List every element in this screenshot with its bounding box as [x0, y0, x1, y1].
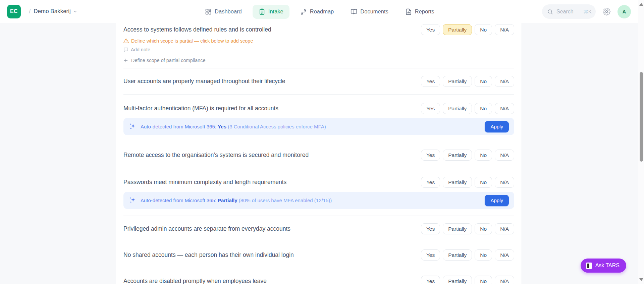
top-bar: EC / Demo Bakkerij Dashboard Intake Road…: [0, 0, 644, 23]
question-row: Passwords meet minimum complexity and le…: [123, 168, 514, 216]
scrollbar-thumb[interactable]: [640, 72, 643, 162]
answer-partially-button[interactable]: Partially: [443, 223, 472, 234]
app-logo[interactable]: EC: [7, 5, 21, 18]
auto-detect-banner: Auto-detected from Microsoft 365: Yes (3…: [123, 118, 514, 135]
answer-na-button[interactable]: N/A: [495, 103, 514, 114]
answer-na-button[interactable]: N/A: [495, 223, 514, 234]
answer-yes-button[interactable]: Yes: [421, 76, 440, 87]
breadcrumb: / Demo Bakkerij: [29, 8, 77, 15]
question-row: No shared accounts — each person has the…: [123, 242, 514, 268]
answer-yes-button[interactable]: Yes: [421, 177, 440, 188]
question-text: Access to systems follows defined rules …: [123, 26, 271, 33]
answer-yes-button[interactable]: Yes: [421, 223, 440, 234]
answer-no-button[interactable]: No: [475, 24, 492, 35]
search-input[interactable]: [556, 9, 580, 15]
answer-group: Yes Partially No N/A: [421, 223, 514, 234]
question-text: Remote access to the organisation’s syst…: [123, 152, 309, 159]
org-switcher[interactable]: Demo Bakkerij: [34, 8, 77, 15]
answer-na-button[interactable]: N/A: [495, 76, 514, 87]
answer-no-button[interactable]: No: [475, 249, 492, 261]
question-text: Accounts are disabled promptly when empl…: [123, 278, 267, 284]
ai-sparkle-icon: [129, 123, 136, 130]
tars-robot-icon: [586, 263, 592, 269]
answer-na-button[interactable]: N/A: [495, 249, 514, 261]
answer-no-button[interactable]: No: [475, 76, 492, 87]
answer-na-button[interactable]: N/A: [495, 150, 514, 161]
answer-yes-button[interactable]: Yes: [421, 24, 440, 35]
settings-button[interactable]: [603, 8, 610, 15]
answer-no-button[interactable]: No: [475, 103, 492, 114]
answer-group: Yes Partially No N/A: [421, 103, 514, 114]
book-open-icon: [351, 8, 357, 15]
answer-group: Yes Partially No N/A: [421, 249, 514, 261]
answer-partially-button[interactable]: Partially: [443, 276, 472, 284]
search-icon: [547, 9, 553, 15]
ask-tars-button[interactable]: Ask TARS: [581, 259, 626, 273]
auto-detect-text: Auto-detected from Microsoft 365: Partia…: [141, 197, 480, 203]
answer-partially-button[interactable]: Partially: [443, 150, 472, 161]
question-row: Accounts are disabled promptly when empl…: [123, 268, 514, 284]
auto-detect-prefix: Auto-detected from Microsoft 365:: [141, 197, 216, 203]
apply-button[interactable]: Apply: [485, 121, 509, 132]
answer-no-button[interactable]: No: [475, 223, 492, 234]
vertical-scrollbar[interactable]: [638, 0, 644, 284]
scroll-up-arrow-icon[interactable]: [639, 3, 643, 6]
answer-partially-button[interactable]: Partially: [443, 24, 472, 35]
define-scope-label: Define scope of partial compliance: [131, 58, 206, 63]
answer-no-button[interactable]: No: [475, 150, 492, 161]
answer-yes-button[interactable]: Yes: [421, 150, 440, 161]
auto-detect-value: Partially: [218, 197, 237, 203]
partial-scope-warning: Define which scope is partial — click be…: [123, 38, 514, 44]
report-chart-icon: [405, 8, 412, 15]
add-note-button[interactable]: Add note: [123, 47, 150, 52]
plus-icon: [123, 58, 128, 63]
main-nav: Dashboard Intake Roadmap Documents Repor…: [199, 0, 440, 23]
answer-partially-button[interactable]: Partially: [443, 76, 472, 87]
nav-dashboard[interactable]: Dashboard: [199, 5, 248, 19]
warning-triangle-icon: [123, 38, 129, 44]
question-row: Multi-factor authentication (MFA) is req…: [123, 95, 514, 142]
add-note-label: Add note: [131, 47, 150, 52]
auto-detect-prefix: Auto-detected from Microsoft 365:: [141, 124, 216, 129]
nav-label: Roadmap: [310, 8, 334, 15]
nav-documents[interactable]: Documents: [344, 5, 394, 19]
answer-partially-button[interactable]: Partially: [443, 177, 472, 188]
user-avatar[interactable]: A: [618, 5, 631, 18]
define-scope-button[interactable]: Define scope of partial compliance: [123, 58, 206, 63]
note-bubble-icon: [123, 47, 128, 52]
auto-detect-text: Auto-detected from Microsoft 365: Yes (3…: [141, 124, 480, 129]
auto-detect-detail: (80% of users have MFA enabled (12/15)): [239, 197, 332, 203]
answer-na-button[interactable]: N/A: [495, 24, 514, 35]
warning-text: Define which scope is partial — click be…: [131, 38, 253, 44]
answer-na-button[interactable]: N/A: [495, 276, 514, 284]
ai-sparkle-icon: [129, 197, 136, 204]
app-window: EC / Demo Bakkerij Dashboard Intake Road…: [0, 0, 644, 284]
nav-reports[interactable]: Reports: [399, 5, 440, 19]
scroll-down-arrow-icon[interactable]: [639, 278, 643, 281]
intake-question-list: Access to systems follows defined rules …: [116, 23, 522, 284]
header-actions: ⌘K A: [542, 0, 631, 23]
apply-button[interactable]: Apply: [485, 195, 509, 206]
nav-roadmap[interactable]: Roadmap: [294, 5, 340, 19]
answer-partially-button[interactable]: Partially: [443, 249, 472, 261]
auto-detect-value: Yes: [218, 124, 226, 129]
answer-yes-button[interactable]: Yes: [421, 276, 440, 284]
nav-label: Reports: [415, 8, 434, 15]
auto-detect-detail: (3 Conditional Access policies enforce M…: [228, 124, 326, 129]
question-row: User accounts are properly managed throu…: [123, 68, 514, 95]
question-row: Remote access to the organisation’s syst…: [123, 142, 514, 168]
answer-yes-button[interactable]: Yes: [421, 103, 440, 114]
search-box[interactable]: ⌘K: [542, 4, 596, 19]
dashboard-grid-icon: [205, 8, 212, 15]
nav-intake[interactable]: Intake: [253, 5, 289, 19]
answer-na-button[interactable]: N/A: [495, 177, 514, 188]
nav-label: Documents: [360, 8, 388, 15]
answer-yes-button[interactable]: Yes: [421, 249, 440, 261]
question-text: User accounts are properly managed throu…: [123, 78, 285, 85]
gear-icon: [603, 8, 610, 15]
answer-no-button[interactable]: No: [475, 276, 492, 284]
answer-partially-button[interactable]: Partially: [443, 103, 472, 114]
question-text: No shared accounts — each person has the…: [123, 251, 294, 259]
answer-no-button[interactable]: No: [475, 177, 492, 188]
answer-group: Yes Partially No N/A: [421, 76, 514, 87]
